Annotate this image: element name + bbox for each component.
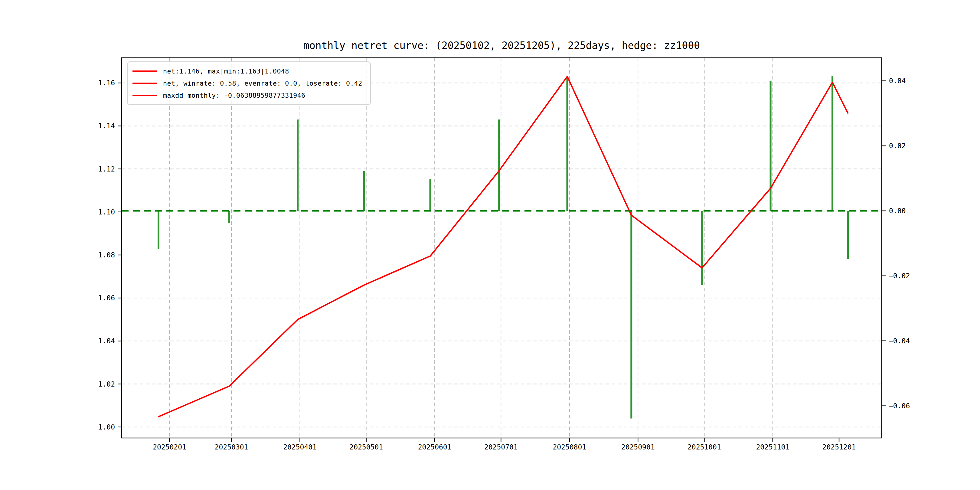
x-tick-label: 20250501 bbox=[349, 443, 383, 451]
legend-item: maxdd_monthly: -0.06388959877331946 bbox=[132, 89, 362, 101]
x-tick-label: 20250201 bbox=[153, 443, 186, 451]
y-right-tick-label: −0.06 bbox=[889, 402, 910, 410]
legend-label-winrate: net, winrate: 0.58, evenrate: 0.0, loser… bbox=[163, 80, 362, 87]
y-left-tick-label: 1.02 bbox=[98, 380, 115, 388]
y-right-tick-label: 0.02 bbox=[889, 142, 905, 150]
legend: net:1.146, max|min:1.163|1.0048 net, win… bbox=[127, 61, 371, 105]
chart-title: monthly netret curve: (20250102, 2025120… bbox=[122, 39, 882, 52]
return-bar bbox=[847, 211, 849, 259]
return-bar bbox=[430, 179, 431, 211]
y-left-tick-label: 1.04 bbox=[98, 337, 115, 345]
figure-canvas: 2025020120250301202504012025050120250601… bbox=[0, 0, 980, 490]
x-tick-label: 20250901 bbox=[621, 443, 655, 451]
y-left-tick-label: 1.16 bbox=[98, 79, 115, 87]
legend-line-swatch-icon bbox=[132, 70, 157, 72]
y-right-tick-label: −0.02 bbox=[889, 272, 910, 280]
return-bar bbox=[297, 119, 299, 211]
return-bar bbox=[228, 211, 230, 223]
y-right-tick-label: −0.04 bbox=[889, 337, 910, 345]
legend-item: net, winrate: 0.58, evenrate: 0.0, loser… bbox=[132, 77, 362, 89]
return-bar bbox=[158, 211, 159, 249]
legend-item: net:1.146, max|min:1.163|1.0048 bbox=[132, 65, 362, 77]
y-left-tick-label: 1.00 bbox=[98, 423, 115, 431]
x-tick-label: 20251101 bbox=[756, 443, 789, 451]
y-right-tick-label: 0.00 bbox=[889, 207, 905, 215]
y-left-tick-label: 1.12 bbox=[98, 165, 115, 173]
return-bar bbox=[498, 119, 500, 211]
return-bar bbox=[363, 171, 365, 211]
x-tick-label: 20250801 bbox=[553, 443, 586, 451]
return-bar bbox=[832, 76, 833, 211]
x-tick-label: 20251001 bbox=[687, 443, 721, 451]
return-bar bbox=[701, 211, 703, 285]
plot-background bbox=[122, 58, 882, 438]
return-bar bbox=[566, 78, 568, 211]
y-left-tick-label: 1.10 bbox=[98, 208, 115, 216]
y-left-tick-label: 1.14 bbox=[98, 122, 115, 130]
y-left-tick-label: 1.08 bbox=[98, 251, 115, 259]
x-tick-label: 20250701 bbox=[484, 443, 518, 451]
legend-line-swatch-icon bbox=[132, 95, 157, 96]
x-tick-label: 20250301 bbox=[215, 443, 248, 451]
y-right-tick-label: 0.04 bbox=[889, 77, 905, 85]
return-bar bbox=[630, 211, 632, 418]
legend-label-net: net:1.146, max|min:1.163|1.0048 bbox=[163, 67, 289, 75]
x-tick-label: 20250601 bbox=[418, 443, 452, 451]
legend-line-swatch-icon bbox=[132, 83, 157, 84]
legend-label-maxdd: maxdd_monthly: -0.06388959877331946 bbox=[163, 92, 305, 99]
x-tick-label: 20250401 bbox=[283, 443, 317, 451]
x-tick-label: 20251201 bbox=[822, 443, 856, 451]
return-bar bbox=[770, 81, 772, 211]
y-left-tick-label: 1.06 bbox=[98, 294, 115, 302]
